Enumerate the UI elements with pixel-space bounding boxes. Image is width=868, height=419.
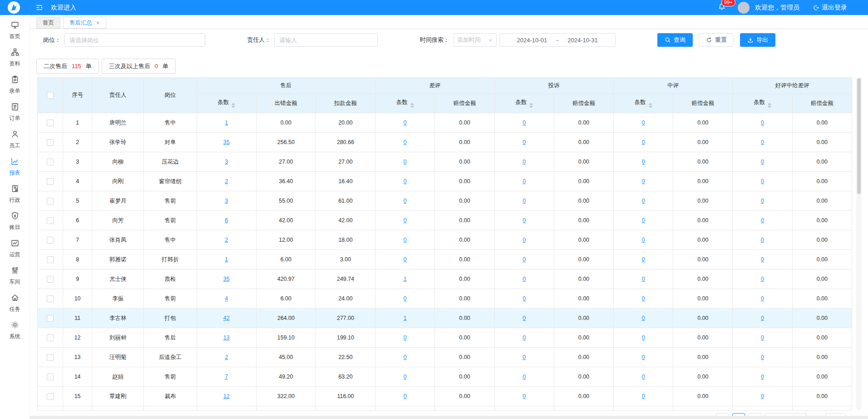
row-checkbox[interactable] — [47, 295, 54, 302]
count-link[interactable]: 0 — [523, 256, 526, 263]
count-link[interactable]: 0 — [642, 374, 645, 380]
count-link[interactable]: 12 — [223, 393, 230, 399]
export-button[interactable]: 导出 — [740, 33, 775, 47]
sidebar-item-tasks[interactable]: 任务 — [0, 293, 30, 320]
count-link[interactable]: 0 — [404, 217, 407, 224]
reset-button[interactable]: 重置 — [699, 33, 734, 47]
counter-button-2[interactable]: 三次及以上售后0单 — [102, 59, 176, 74]
count-link[interactable]: 0 — [642, 120, 645, 126]
count-link[interactable]: 0 — [523, 393, 526, 399]
count-link[interactable]: 0 — [642, 256, 645, 263]
count-link[interactable]: 0 — [642, 159, 645, 165]
count-link[interactable]: 0 — [642, 237, 645, 243]
sort-caret-icon[interactable] — [232, 103, 235, 108]
count-link[interactable]: 0 — [642, 354, 645, 360]
sidebar-item-home[interactable]: 首页 — [0, 20, 30, 48]
select-all-checkbox[interactable] — [47, 92, 54, 99]
count-link[interactable]: 1 — [225, 120, 228, 126]
menu-fold-icon[interactable] — [35, 3, 44, 12]
count-link[interactable]: 0 — [761, 217, 764, 224]
count-link[interactable]: 7 — [225, 374, 228, 380]
count-link[interactable]: 0 — [761, 120, 764, 126]
count-link[interactable]: 0 — [523, 374, 526, 380]
sidebar-item-staff[interactable]: 员工 — [0, 130, 30, 157]
count-link[interactable]: 0 — [523, 217, 526, 224]
count-link[interactable]: 0 — [523, 276, 526, 282]
date-end-input[interactable] — [563, 37, 602, 44]
count-link[interactable]: 0 — [642, 295, 645, 302]
sidebar-item-reports[interactable]: 报表 — [0, 157, 30, 184]
row-checkbox[interactable] — [47, 198, 54, 205]
vertical-scrollbar-thumb[interactable] — [857, 78, 861, 194]
count-link[interactable]: 0 — [761, 295, 764, 302]
date-range-picker[interactable]: ~ — [499, 33, 616, 47]
count-link[interactable]: 0 — [404, 139, 407, 145]
count-link[interactable]: 0 — [523, 295, 526, 302]
count-link[interactable]: 4 — [225, 295, 228, 302]
sidebar-item-entry[interactable]: 录单 — [0, 75, 30, 102]
count-link[interactable]: 0 — [761, 178, 764, 185]
count-link[interactable]: 3 — [225, 159, 228, 165]
count-link[interactable]: 0 — [761, 393, 764, 399]
count-link[interactable]: 0 — [404, 178, 407, 185]
sidebar-item-data[interactable]: 资料 — [0, 48, 30, 75]
count-link[interactable]: 0 — [761, 237, 764, 243]
logout-button[interactable]: 退出登录 — [812, 4, 847, 12]
post-select-input[interactable] — [64, 33, 205, 47]
count-link[interactable]: 0 — [761, 198, 764, 204]
count-link[interactable]: 0 — [761, 159, 764, 165]
count-link[interactable]: 0 — [761, 276, 764, 282]
search-button[interactable]: 查询 — [657, 33, 693, 47]
row-checkbox[interactable] — [47, 120, 54, 126]
count-link[interactable]: 0 — [404, 237, 407, 243]
count-link[interactable]: 0 — [404, 198, 407, 204]
count-link[interactable]: 2 — [225, 354, 228, 360]
row-checkbox[interactable] — [47, 217, 54, 224]
person-input[interactable] — [274, 33, 378, 47]
date-start-input[interactable] — [513, 37, 551, 44]
count-link[interactable]: 0 — [523, 178, 526, 185]
row-checkbox[interactable] — [47, 237, 54, 244]
count-link[interactable]: 0 — [404, 354, 407, 360]
count-link[interactable]: 0 — [404, 256, 407, 263]
count-link[interactable]: 0 — [761, 354, 764, 360]
sidebar-item-system[interactable]: 系统 — [0, 320, 30, 348]
count-link[interactable]: 0 — [642, 315, 645, 321]
count-link[interactable]: 0 — [523, 237, 526, 243]
count-link[interactable]: 0 — [761, 315, 764, 321]
tab-aftersale-summary[interactable]: 售后汇总 × — [63, 17, 106, 29]
count-link[interactable]: 0 — [523, 120, 526, 126]
count-link[interactable]: 0 — [642, 217, 645, 224]
count-link[interactable]: 35 — [223, 276, 230, 282]
count-link[interactable]: 0 — [404, 393, 407, 399]
sort-caret-icon[interactable] — [768, 103, 771, 108]
notification-bell-icon[interactable]: 99+ — [718, 3, 726, 12]
sidebar-item-accounts[interactable]: 账目 — [0, 211, 30, 239]
count-link[interactable]: 1 — [404, 276, 407, 282]
sort-caret-icon[interactable] — [410, 103, 414, 108]
tab-home[interactable]: 首页 — [36, 17, 60, 29]
sort-caret-icon[interactable] — [529, 103, 533, 108]
count-link[interactable]: 0 — [523, 198, 526, 204]
count-link[interactable]: 2 — [225, 178, 228, 185]
count-link[interactable]: 0 — [642, 393, 645, 399]
count-link[interactable]: 1 — [225, 256, 228, 263]
count-link[interactable]: 6 — [225, 217, 228, 224]
count-link[interactable]: 0 — [761, 334, 764, 341]
count-link[interactable]: 0 — [404, 374, 407, 380]
count-link[interactable]: 0 — [404, 295, 407, 302]
row-checkbox[interactable] — [47, 276, 54, 283]
horizontal-scrollbar[interactable] — [30, 416, 868, 419]
count-link[interactable]: 0 — [642, 178, 645, 185]
count-link[interactable]: 0 — [523, 159, 526, 165]
tab-close-icon[interactable]: × — [96, 20, 100, 26]
row-checkbox[interactable] — [47, 139, 54, 146]
sort-caret-icon[interactable] — [649, 103, 652, 108]
count-link[interactable]: 0 — [523, 334, 526, 341]
count-link[interactable]: 0 — [404, 159, 407, 165]
count-link[interactable]: 0 — [761, 256, 764, 263]
sidebar-item-admin[interactable]: 行政 — [0, 184, 30, 211]
count-link[interactable]: 0 — [761, 374, 764, 380]
count-link[interactable]: 0 — [642, 276, 645, 282]
row-checkbox[interactable] — [47, 178, 54, 185]
